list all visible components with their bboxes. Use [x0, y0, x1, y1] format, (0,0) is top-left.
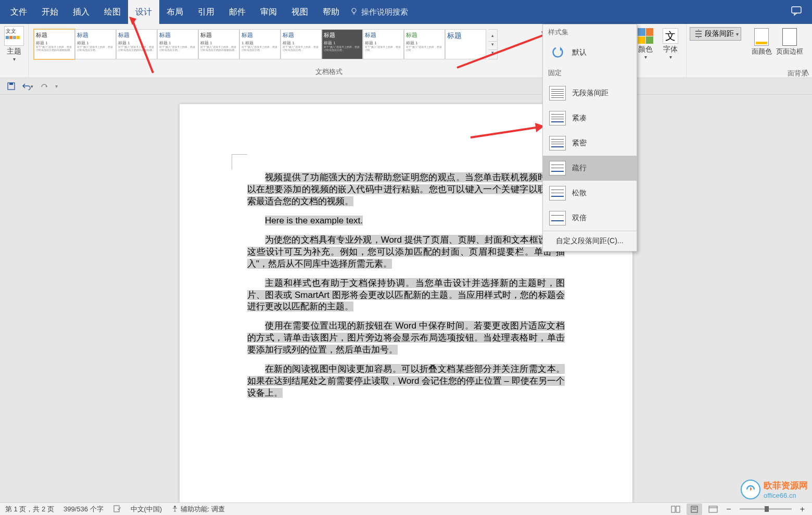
- document-area: 视频提供了功能强大的方法帮助您证明您的观点。当您单击联机视频时，可以在想要添加的…: [0, 95, 812, 503]
- status-accessibility[interactable]: 辅助功能: 调查: [171, 505, 225, 514]
- body-paragraph[interactable]: 在新的阅读视图中阅读更加容易。可以折叠文档某些部分并关注所需文本。如果在达到结尾…: [247, 363, 565, 399]
- svg-rect-7: [676, 506, 680, 512]
- zoom-thumb[interactable]: [765, 506, 769, 512]
- spacing-relaxed-icon: [549, 186, 566, 200]
- print-layout-icon[interactable]: [687, 504, 702, 515]
- fonts-button[interactable]: 文 字体 ▾: [658, 26, 683, 60]
- margin-corner-icon: [232, 154, 247, 170]
- doc-formatting-group: 标题标题 1对于"施入"选项卡上的库，在设计时与当前文档的外观相协调... 标题…: [29, 24, 630, 78]
- svg-rect-6: [671, 506, 675, 512]
- gallery-up-icon[interactable]: ▴: [488, 33, 497, 42]
- themes-icon: 文文: [4, 26, 24, 46]
- zoom-out-icon[interactable]: −: [724, 505, 733, 514]
- menu-header-fixed: 固定: [543, 65, 637, 81]
- svg-rect-4: [114, 506, 119, 512]
- style-set-item[interactable]: 标题标题 1对于"施入"选项卡上的库，在设计时...: [363, 29, 404, 59]
- paragraph-spacing-menu: 样式集 默认 固定 无段落间距 紧凑 紧密 疏行 松散 双倍 自定义段落间距(C…: [542, 24, 637, 252]
- zoom-slider[interactable]: [740, 508, 792, 510]
- style-set-item[interactable]: 标题标题 1对于"施入"选项卡上的库，在设计时与当前文档...: [75, 29, 116, 59]
- tab-draw[interactable]: 绘图: [97, 0, 128, 24]
- spell-check-icon[interactable]: [113, 504, 121, 514]
- gallery-down-icon[interactable]: ▾: [488, 42, 497, 51]
- undo-icon[interactable]: ▾: [22, 81, 33, 92]
- para-spacing-group: 段落间距 ▾: [687, 24, 744, 78]
- chevron-down-icon: ▾: [736, 31, 739, 37]
- body-paragraph[interactable]: 为使您的文档具有专业外观，Word 提供了页眉、页脚、封面和文本框设计，这些设计…: [247, 234, 565, 270]
- svg-rect-11: [709, 506, 717, 512]
- body-paragraph[interactable]: 主题和样式也有助于文档保持协调。当您单击设计并选择新的主题时，图片、图表或 Sm…: [247, 278, 565, 313]
- page-border-button[interactable]: 页面边框: [776, 26, 804, 56]
- style-set-item[interactable]: 标题标题 1对于"施入"选项卡上的库，在设计时与当前文档的外观相协调...: [198, 29, 239, 59]
- reset-icon: [549, 45, 566, 60]
- chevron-down-icon: ▾: [669, 54, 672, 60]
- tab-mail[interactable]: 邮件: [222, 0, 253, 24]
- body-paragraph[interactable]: 视频提供了功能强大的方法帮助您证明您的观点。当您单击联机视频时，可以在想要添加的…: [247, 172, 565, 208]
- status-language[interactable]: 中文(中国): [131, 505, 162, 514]
- style-set-item[interactable]: 标题标题 1对于"施入"选项卡上的库，在设计时与当前文档...: [281, 29, 322, 59]
- menu-item-relaxed[interactable]: 松散: [543, 181, 637, 206]
- menu-item-tight[interactable]: 紧密: [543, 131, 637, 156]
- tab-design[interactable]: 设计: [128, 0, 159, 24]
- spacing-icon: [694, 30, 703, 38]
- lightbulb-icon: [350, 7, 358, 17]
- comments-icon[interactable]: [791, 6, 809, 18]
- watermark-logo-icon: [741, 480, 760, 499]
- tab-references[interactable]: 引用: [191, 0, 222, 24]
- gallery-more-icon[interactable]: ▾: [488, 50, 497, 59]
- page-color-button[interactable]: 面颜色: [747, 26, 776, 56]
- gallery-spinner: ▴ ▾ ▾: [488, 29, 498, 59]
- tab-file[interactable]: 文件: [3, 0, 34, 24]
- tab-review[interactable]: 审阅: [253, 0, 284, 24]
- body-paragraph[interactable]: Here is the example text.: [247, 215, 565, 227]
- web-layout-icon[interactable]: [705, 504, 721, 515]
- themes-label: 主题: [7, 47, 21, 56]
- style-set-item[interactable]: 标题标题 1对于"施入"选项卡上的库，在设计时与当前文档的外观相协调...: [116, 29, 157, 59]
- style-set-item[interactable]: 标题标题 1对于"施入"选项卡上的库，在设计时...: [404, 29, 445, 59]
- menu-item-compact[interactable]: 紧凑: [543, 106, 637, 131]
- style-set-item[interactable]: 标题: [445, 29, 486, 59]
- redo-icon[interactable]: [39, 81, 50, 92]
- doc-format-label: 文档格式: [315, 66, 342, 77]
- search-placeholder: 操作说明搜索: [361, 7, 408, 17]
- style-set-item[interactable]: 标题标题 1对于"施入"选项卡上的库，在设计时与当前文档的外观相协调...: [34, 29, 75, 59]
- ribbon-tabs: 文件 开始 插入 绘图 设计 布局 引用 邮件 审阅 视图 帮助 操作说明搜索: [0, 0, 812, 24]
- tab-insert[interactable]: 插入: [66, 0, 97, 24]
- spacing-tight-icon: [549, 136, 566, 150]
- tab-home[interactable]: 开始: [34, 0, 66, 24]
- paragraph-spacing-button[interactable]: 段落间距 ▾: [690, 27, 741, 41]
- menu-item-none[interactable]: 无段落间距: [543, 81, 637, 106]
- collapse-ribbon-icon[interactable]: ⋀: [804, 68, 809, 76]
- tab-layout[interactable]: 布局: [159, 0, 191, 24]
- colors-fonts-group: 颜色 ▾ 文 字体 ▾: [630, 24, 687, 78]
- body-paragraph[interactable]: 使用在需要位置出现的新按钮在 Word 中保存时间。若要更改图片适应文档的方式，…: [247, 320, 565, 356]
- menu-item-default[interactable]: 默认: [543, 40, 637, 65]
- save-icon[interactable]: [5, 81, 17, 92]
- style-set-item[interactable]: 标题标题 1对于"施入"选项卡上的库，在设计时与当前文档...: [157, 29, 198, 59]
- style-set-item[interactable]: 标题标题 1对于"施入"选项卡上的库，在设计时与当前文档...: [322, 29, 363, 59]
- page-color-icon: [754, 28, 769, 46]
- spacing-open-icon: [549, 161, 566, 175]
- watermark-brand: 欧菲资源网: [764, 481, 808, 491]
- style-set-gallery: 标题标题 1对于"施入"选项卡上的库，在设计时与当前文档的外观相协调... 标题…: [32, 26, 488, 59]
- watermark: 欧菲资源网 office66.cn: [741, 480, 808, 499]
- status-bar: 第 1 页，共 2 页 399/536 个字 中文(中国) 辅助功能: 调查 −…: [0, 503, 812, 515]
- watermark-url: office66.cn: [764, 492, 808, 499]
- zoom-in-icon[interactable]: +: [798, 505, 807, 514]
- menu-item-custom[interactable]: 自定义段落间距(C)...: [543, 231, 637, 251]
- status-page[interactable]: 第 1 页，共 2 页: [5, 505, 54, 514]
- read-mode-icon[interactable]: [668, 504, 683, 515]
- menu-item-double[interactable]: 双倍: [543, 206, 637, 231]
- themes-group: 文文 主题 ▾: [0, 24, 29, 78]
- spacing-none-icon: [549, 86, 566, 101]
- status-word-count[interactable]: 399/536 个字: [64, 505, 104, 514]
- qat-customize-icon[interactable]: ▾: [55, 83, 58, 89]
- menu-item-open[interactable]: 疏行: [543, 156, 637, 181]
- style-set-item[interactable]: 标题1 标题对于"施入"选项卡上的库，在设计时与当前文档...: [239, 29, 281, 59]
- tell-me-search[interactable]: 操作说明搜索: [350, 7, 408, 17]
- tab-help[interactable]: 帮助: [315, 0, 347, 24]
- chevron-down-icon: ▾: [13, 56, 16, 62]
- tab-view[interactable]: 视图: [284, 0, 315, 24]
- ribbon-content: 文文 主题 ▾ 标题标题 1对于"施入"选项卡上的库，在设计时与当前文档的外观相…: [0, 24, 812, 78]
- svg-rect-3: [9, 83, 13, 85]
- themes-button[interactable]: 文文 主题 ▾: [3, 26, 25, 62]
